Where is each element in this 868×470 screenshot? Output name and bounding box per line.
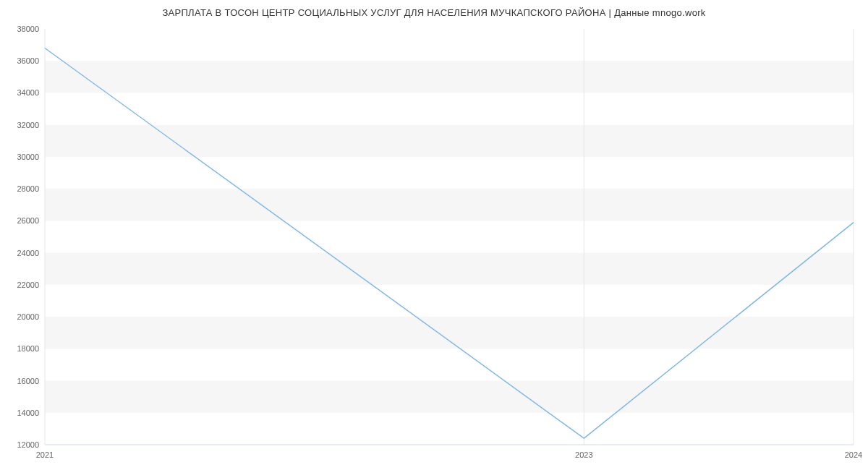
x-tick-label: 2023: [575, 450, 592, 459]
plot-band: [45, 189, 854, 221]
y-tick-label: 14000: [17, 409, 39, 417]
plot-band: [45, 317, 854, 349]
y-tick-label: 38000: [17, 25, 39, 33]
y-tick-label: 26000: [17, 216, 39, 225]
chart-title: ЗАРПЛАТА В ТОСОН ЦЕНТР СОЦИАЛЬНЫХ УСЛУГ …: [0, 0, 868, 22]
plot-band: [45, 253, 854, 285]
y-tick-label: 28000: [17, 184, 39, 193]
plot-band: [45, 125, 854, 157]
y-tick-label: 24000: [17, 249, 39, 257]
data-series-line: [45, 48, 854, 439]
x-tick-label: 2021: [36, 450, 54, 459]
y-tick-label: 16000: [17, 377, 39, 385]
y-tick-label: 36000: [17, 56, 39, 65]
y-tick-label: 18000: [17, 344, 39, 353]
y-tick-label: 20000: [17, 312, 39, 321]
x-tick-label: 2024: [845, 450, 862, 459]
chart-svg: 1200014000160001800020000220002400026000…: [0, 22, 868, 470]
plot-band: [45, 381, 854, 413]
y-tick-label: 12000: [17, 440, 39, 449]
y-tick-label: 30000: [17, 153, 39, 161]
y-tick-label: 34000: [17, 88, 39, 97]
y-tick-label: 32000: [17, 121, 39, 129]
plot-band: [45, 61, 854, 93]
chart-container: 1200014000160001800020000220002400026000…: [0, 22, 868, 470]
y-tick-label: 22000: [17, 281, 39, 289]
